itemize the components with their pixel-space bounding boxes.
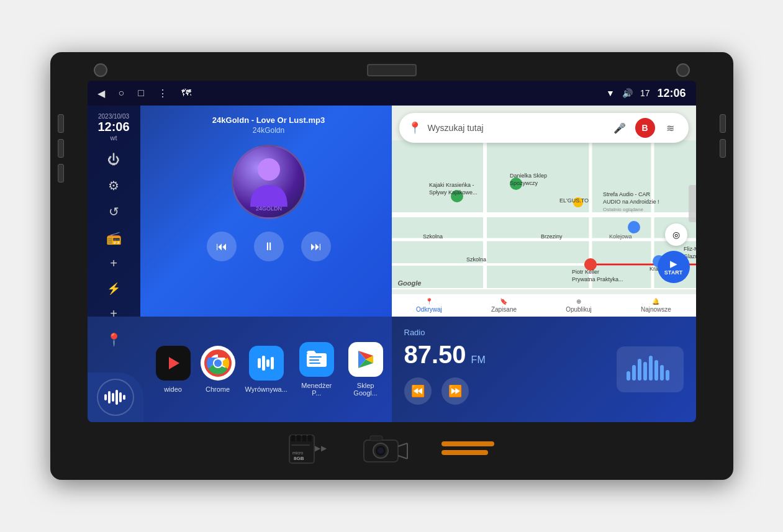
music-panel: 2023/10/03 12:06 wt ⏻ ⚙ ↺ 📻 + ⚡ + 📍 24kG… <box>88 106 392 317</box>
svg-line-81 <box>398 443 407 446</box>
svg-rect-45 <box>258 358 261 368</box>
svg-rect-85 <box>441 450 488 455</box>
device-top <box>88 63 696 77</box>
eq-app-label: Wyrównywa... <box>245 385 287 393</box>
radio-prev-button[interactable]: ⏪ <box>404 377 432 405</box>
prev-button[interactable]: ⏮ <box>207 232 237 261</box>
menu-button[interactable]: ⋮ <box>158 88 168 99</box>
tools-accessory <box>441 439 497 460</box>
svg-text:▶: ▶ <box>321 444 327 453</box>
map-location-button[interactable]: ◎ <box>665 223 687 246</box>
side-btn-right-2[interactable] <box>720 139 726 158</box>
back-button[interactable]: ◀ <box>97 88 105 99</box>
video-app-label: wideo <box>164 385 182 393</box>
accessories: micro 8GB ▶ ▶ <box>88 431 696 467</box>
side-btn-1[interactable] <box>58 114 64 133</box>
svg-rect-59 <box>632 365 636 381</box>
svg-rect-84 <box>441 441 494 446</box>
sd-card-accessory: micro 8GB ▶ ▶ <box>286 432 330 466</box>
sidebar-clock: 12:06 <box>97 120 129 134</box>
map-tab-zapisane[interactable]: 🔖 Zapisane <box>491 298 517 313</box>
maps-button[interactable]: 🗺 <box>181 88 191 99</box>
music-controls: ⏮ ⏸ ⏭ <box>156 232 382 261</box>
map-mic-button[interactable]: 🎤 <box>610 119 629 137</box>
svg-rect-64 <box>660 365 664 381</box>
album-art: 24GOLDN <box>232 145 306 219</box>
radio-next-button[interactable]: ⏩ <box>441 377 469 405</box>
side-btn-2[interactable] <box>58 139 64 158</box>
opublikuj-icon: ⊕ <box>576 298 581 305</box>
svg-rect-63 <box>654 360 658 381</box>
volume-level: 17 <box>640 88 650 98</box>
nav-bar: ◀ ○ □ ⋮ 🗺 <box>97 88 191 99</box>
svg-text:Piotr Keller: Piotr Keller <box>572 269 599 275</box>
device-outer: ◀ ○ □ ⋮ 🗺 ▼ 🔊 17 12:06 2023/10/03 <box>50 52 733 480</box>
power-icon[interactable]: ⏻ <box>107 153 120 167</box>
svg-text:▶: ▶ <box>315 444 321 453</box>
odkrywaj-label: Odkrywaj <box>416 306 442 313</box>
playstore-app-label: Sklep Googl... <box>346 382 386 397</box>
voice-button[interactable] <box>88 372 143 422</box>
map-tab-odkrywaj[interactable]: 📍 Odkrywaj <box>416 298 442 313</box>
side-btn-right-1[interactable] <box>720 114 726 133</box>
add-icon[interactable]: + <box>110 256 117 271</box>
radio-label: Radio <box>404 328 684 337</box>
sidebar-date: 2023/10/03 <box>97 113 129 120</box>
home-button[interactable]: ○ <box>119 88 125 99</box>
status-bar: ◀ ○ □ ⋮ 🗺 ▼ 🔊 17 12:06 <box>88 81 696 106</box>
music-title: 24kGoldn - Love Or Lust.mp3 <box>156 115 382 125</box>
next-button[interactable]: ⏭ <box>301 232 331 261</box>
location-icon[interactable]: 📍 <box>106 332 122 347</box>
google-logo: Google <box>398 279 422 287</box>
bluetooth-icon[interactable]: ⚡ <box>107 282 120 295</box>
map-profile-button[interactable]: B <box>635 118 655 138</box>
svg-rect-35 <box>108 391 111 404</box>
recents-button[interactable]: □ <box>138 88 144 99</box>
svg-text:Spożywczy: Spożywczy <box>510 180 538 186</box>
radio-band: FM <box>471 354 486 366</box>
svg-rect-62 <box>649 356 653 381</box>
app-equalizer[interactable]: Wyrównywa... <box>245 346 287 393</box>
map-tab-najnowsze[interactable]: 🔔 Najnowsze <box>641 298 671 313</box>
volume-icon: 🔊 <box>622 88 633 98</box>
svg-rect-48 <box>271 357 274 369</box>
side-btn-3[interactable] <box>58 164 64 183</box>
svg-text:8GB: 8GB <box>294 456 304 461</box>
zapisane-label: Zapisane <box>491 306 517 313</box>
pause-button[interactable]: ⏸ <box>254 232 284 261</box>
sidebar-datetime: 2023/10/03 12:06 wt <box>97 113 129 142</box>
svg-text:Szkolna: Szkolna <box>466 256 486 263</box>
map-layers-icon[interactable]: ≋ <box>661 119 680 137</box>
svg-text:Kolejowa: Kolejowa <box>609 233 632 240</box>
svg-rect-38 <box>119 392 122 402</box>
svg-rect-51 <box>309 359 319 361</box>
undo-icon[interactable]: ↺ <box>109 204 119 219</box>
chrome-app-icon <box>201 346 235 381</box>
top-handle <box>367 64 417 76</box>
album-art-image: 24GOLDN <box>233 147 304 217</box>
svg-text:Strefa Audio - CAR: Strefa Audio - CAR <box>603 191 651 197</box>
svg-rect-46 <box>262 356 265 371</box>
settings-icon[interactable]: ⚙ <box>108 178 119 193</box>
opublikuj-label: Opublikuj <box>566 306 592 313</box>
app-playstore[interactable]: Sklep Googl... <box>346 342 386 397</box>
svg-rect-68 <box>297 435 301 441</box>
app-video[interactable]: wideo <box>156 346 191 393</box>
najnowsze-label: Najnowsze <box>641 306 671 313</box>
map-search-bar[interactable]: 📍 Wyszukaj tutaj 🎤 B ≋ <box>399 113 689 143</box>
svg-text:24GOLDN: 24GOLDN <box>255 205 281 212</box>
svg-rect-36 <box>112 393 114 402</box>
radio-icon[interactable]: 📻 <box>106 230 122 245</box>
app-chrome[interactable]: Chrome <box>201 346 235 393</box>
map-tab-opublikuj[interactable]: ⊕ Opublikuj <box>566 298 592 313</box>
map-scroll-indicator <box>689 185 696 222</box>
svg-rect-47 <box>266 359 269 367</box>
plus-icon[interactable]: + <box>110 307 117 321</box>
map-bottom-bar: 📍 Odkrywaj 🔖 Zapisane ⊕ Opublikuj 🔔 Najn… <box>392 294 696 317</box>
app-filemanager[interactable]: Menedżer P... <box>297 342 336 397</box>
apps-panel: wideo <box>88 317 392 422</box>
svg-rect-37 <box>115 390 118 405</box>
svg-line-82 <box>398 456 407 459</box>
svg-rect-58 <box>627 371 630 381</box>
map-start-button[interactable]: ▶ START <box>658 251 690 283</box>
